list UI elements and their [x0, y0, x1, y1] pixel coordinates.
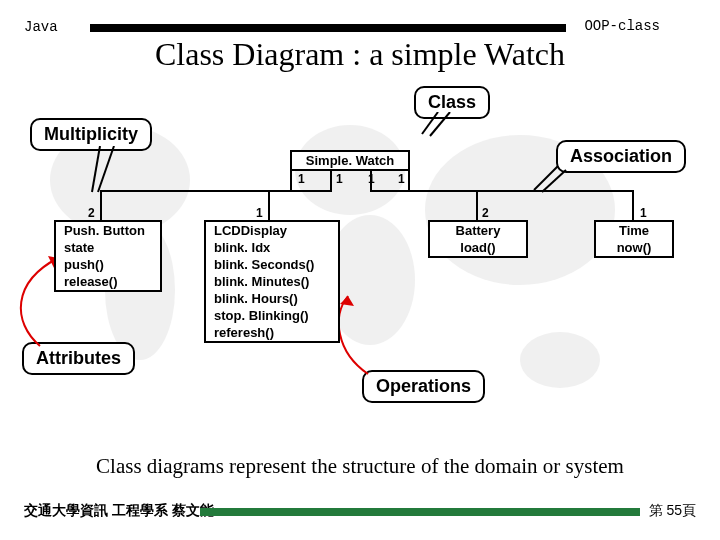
footer-right: 第 55頁: [649, 502, 696, 520]
assoc-line: [268, 190, 332, 192]
mult-sw-pb: 1: [298, 172, 305, 186]
mult-sw-time: 1: [398, 172, 405, 186]
callout-association-tail: [530, 164, 570, 198]
assoc-line: [476, 190, 478, 220]
class-op: now(): [596, 239, 672, 256]
assoc-line: [100, 190, 292, 192]
mult-bat: 2: [482, 206, 489, 220]
assoc-line: [408, 190, 634, 192]
svg-point-5: [520, 332, 600, 388]
mult-time: 1: [640, 206, 647, 220]
uml-class-time: Time now(): [594, 220, 674, 258]
class-op: blink. Minutes(): [206, 273, 338, 290]
class-name: Time: [596, 222, 672, 239]
assoc-line: [100, 190, 102, 220]
mult-sw-bat: 1: [368, 172, 375, 186]
class-op: referesh(): [206, 324, 338, 341]
assoc-line: [632, 190, 634, 220]
mult-lcd: 1: [256, 206, 263, 220]
class-op: stop. Blinking(): [206, 307, 338, 324]
callout-multiplicity-tail: [90, 146, 130, 206]
header-bar: Java OOP-class: [24, 18, 696, 36]
footer-left: 交通大學資訊 工程學系 蔡文能: [24, 502, 214, 520]
class-op: release(): [56, 273, 160, 290]
class-name: Simple. Watch: [292, 152, 408, 169]
mult-sw-lcd: 1: [336, 172, 343, 186]
uml-class-simplewatch: Simple. Watch: [290, 150, 410, 171]
page-title: Class Diagram : a simple Watch: [0, 36, 720, 73]
class-op: blink. Hours(): [206, 290, 338, 307]
class-name: LCDDisplay: [206, 222, 338, 239]
class-attr: state: [56, 239, 160, 256]
uml-class-battery: Battery load(): [428, 220, 528, 258]
assoc-line: [330, 170, 332, 190]
class-op: load(): [430, 239, 526, 256]
class-op: blink. Seconds(): [206, 256, 338, 273]
header-rule: [90, 24, 566, 32]
assoc-line: [290, 170, 292, 190]
uml-class-pushbutton: Push. Button state push() release(): [54, 220, 162, 292]
footer-rule: [200, 508, 640, 516]
description-text: Class diagrams represent the structure o…: [24, 454, 696, 479]
class-op: push(): [56, 256, 160, 273]
class-name: Battery: [430, 222, 526, 239]
class-attr: blink. Idx: [206, 239, 338, 256]
callout-association: Association: [556, 140, 686, 173]
class-name: Push. Button: [56, 222, 160, 239]
callout-class-tail: [420, 112, 460, 152]
assoc-line: [268, 190, 270, 220]
uml-class-lcddisplay: LCDDisplay blink. Idx blink. Seconds() b…: [204, 220, 340, 343]
mult-pb: 2: [88, 206, 95, 220]
header-right: OOP-class: [584, 18, 660, 34]
assoc-line: [408, 170, 410, 190]
header-left: Java: [24, 19, 58, 35]
